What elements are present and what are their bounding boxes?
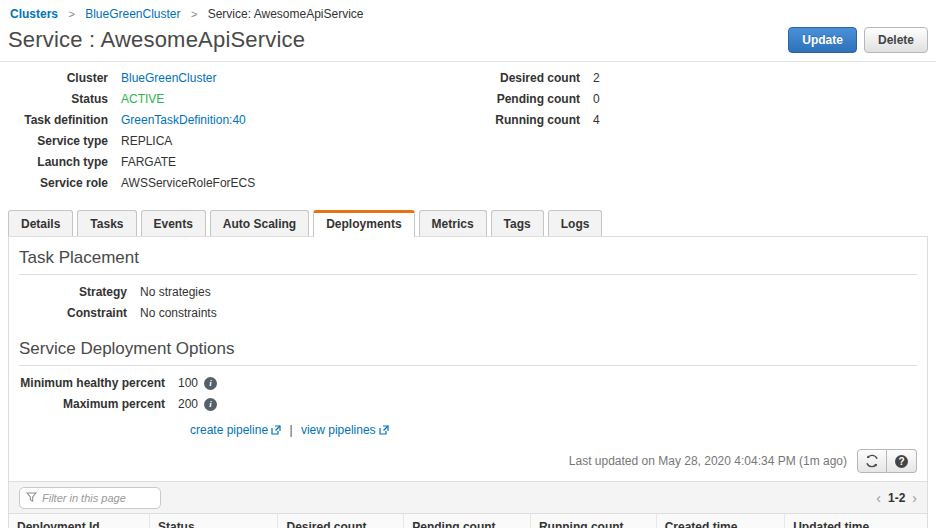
task-definition-link[interactable]: GreenTaskDefinition:40 [121,110,246,131]
field-label: Service type [0,131,108,152]
field-label: Constraint [9,303,127,324]
col-pending-count[interactable]: Pending count [404,514,531,528]
col-status[interactable]: Status [149,514,278,528]
field-maximum-percent: Maximum percent 200 i [9,394,927,415]
service-details-right: Desired count 2 Pending count 0 Running … [470,68,600,194]
deployment-options-title: Service Deployment Options [19,339,917,366]
service-details-left: Cluster BlueGreenCluster Status ACTIVE T… [0,68,470,194]
col-updated-time[interactable]: Updated time [785,514,927,528]
field-label: Strategy [9,282,127,303]
table-action-buttons: ? [857,449,917,473]
page-next-icon[interactable]: › [912,490,917,506]
field-running-count: Running count 4 [470,110,600,131]
create-pipeline-link[interactable]: create pipeline [190,423,281,437]
field-label: Cluster [0,68,108,89]
update-button[interactable]: Update [788,27,857,53]
tab-details[interactable]: Details [8,210,73,236]
view-pipelines-label: view pipelines [301,423,376,437]
help-button[interactable]: ? [887,449,917,473]
breadcrumb-separator: > [191,8,197,20]
page-header: Service : AwesomeApiService Update Delet… [0,25,936,61]
tab-metrics[interactable]: Metrics [419,210,487,236]
col-created-time[interactable]: Created time [656,514,785,528]
pending-count-value: 0 [593,89,600,110]
field-label: Service role [0,173,108,194]
cluster-link[interactable]: BlueGreenCluster [121,68,216,89]
service-details: Cluster BlueGreenCluster Status ACTIVE T… [0,62,936,204]
tab-bar: Details Tasks Events Auto Scaling Deploy… [0,204,936,236]
field-label: Maximum percent [9,394,165,415]
field-label: Task definition [0,110,108,131]
field-cluster: Cluster BlueGreenCluster [0,68,470,89]
desired-count-value: 2 [593,68,600,89]
filter-input[interactable] [42,492,152,504]
help-icon: ? [895,455,908,468]
tab-tags[interactable]: Tags [491,210,544,236]
filter-icon [26,492,37,503]
service-role-value: AWSServiceRoleForECS [121,173,255,194]
tab-events[interactable]: Events [141,210,206,236]
deployment-options-fields: Minimum healthy percent 100 i Maximum pe… [9,366,927,419]
filter-box [19,487,161,509]
last-updated-row: Last updated on May 28, 2020 4:04:34 PM … [9,447,927,481]
page-title: Service : AwesomeApiService [8,27,305,53]
strategy-value: No strategies [140,282,211,303]
min-healthy-percent-value: 100 [178,373,198,394]
task-placement-fields: Strategy No strategies Constraint No con… [9,275,927,328]
breadcrumb: Clusters > BlueGreenCluster > Service: A… [0,0,936,25]
last-updated-text: Last updated on May 28, 2020 4:04:34 PM … [569,454,847,468]
maximum-percent-value: 200 [178,394,198,415]
status-value: ACTIVE [121,89,164,110]
constraint-value: No constraints [140,303,217,324]
field-label: Status [0,89,108,110]
field-label: Minimum healthy percent [9,373,165,394]
pipeline-links: create pipeline | view pipelines [190,423,927,437]
create-pipeline-label: create pipeline [190,423,268,437]
field-service-role: Service role AWSServiceRoleForECS [0,173,470,194]
external-link-icon [271,425,281,435]
info-icon[interactable]: i [204,398,217,411]
tab-auto-scaling[interactable]: Auto Scaling [210,210,309,236]
table-toolbar: ‹ 1-2 › [9,481,927,514]
field-strategy: Strategy No strategies [9,282,927,303]
refresh-icon [865,454,879,468]
table-header-row: Deployment Id Status Desired count Pendi… [9,514,927,528]
col-desired-count[interactable]: Desired count [278,514,404,528]
field-label: Launch type [0,152,108,173]
view-pipelines-link[interactable]: view pipelines [301,423,389,437]
tab-logs[interactable]: Logs [548,210,603,236]
info-icon[interactable]: i [204,377,217,390]
col-running-count[interactable]: Running count [530,514,656,528]
field-constraint: Constraint No constraints [9,303,927,324]
breadcrumb-separator: > [68,8,74,20]
service-type-value: REPLICA [121,131,172,152]
field-service-type: Service type REPLICA [0,131,470,152]
header-actions: Update Delete [788,27,928,53]
delete-button[interactable]: Delete [864,27,928,53]
page-prev-icon[interactable]: ‹ [876,490,881,506]
running-count-value: 4 [593,110,600,131]
link-separator: | [289,423,292,437]
field-launch-type: Launch type FARGATE [0,152,470,173]
external-link-icon [379,425,389,435]
field-label: Pending count [470,89,580,110]
page-range: 1-2 [888,491,905,505]
breadcrumb-link-clusters[interactable]: Clusters [10,7,58,21]
field-pending-count: Pending count 0 [470,89,600,110]
breadcrumb-current: Service: AwesomeApiService [208,7,364,21]
field-status: Status ACTIVE [0,89,470,110]
tab-deployments[interactable]: Deployments [313,210,414,237]
field-min-healthy-percent: Minimum healthy percent 100 i [9,373,927,394]
launch-type-value: FARGATE [121,152,176,173]
field-desired-count: Desired count 2 [470,68,600,89]
breadcrumb-link-cluster-name[interactable]: BlueGreenCluster [85,7,180,21]
task-placement-title: Task Placement [19,248,917,275]
deployments-table: Deployment Id Status Desired count Pendi… [9,514,927,528]
col-deployment-id[interactable]: Deployment Id [9,514,149,528]
deployments-panel: Task Placement Strategy No strategies Co… [8,236,928,528]
field-label: Running count [470,110,580,131]
refresh-button[interactable] [857,449,887,473]
pagination: ‹ 1-2 › [876,490,917,506]
tab-tasks[interactable]: Tasks [77,210,136,236]
field-task-definition: Task definition GreenTaskDefinition:40 [0,110,470,131]
